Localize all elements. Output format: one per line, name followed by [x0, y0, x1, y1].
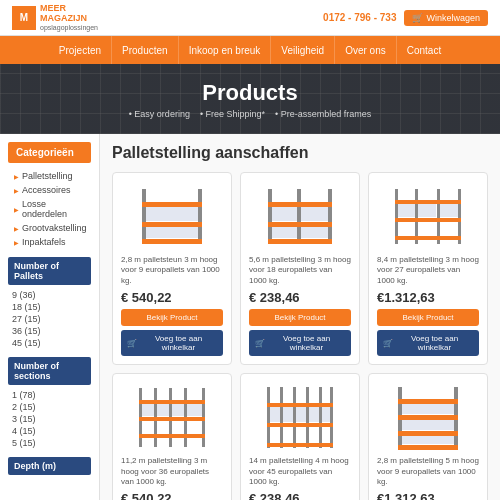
svg-rect-48	[270, 407, 280, 422]
categories-title: Categorieën	[8, 142, 91, 163]
sidebar-item-accessoires[interactable]: Accessoires	[8, 183, 91, 197]
svg-rect-7	[268, 189, 272, 244]
product-desc-6: 2,8 m palletstelling 5 m hoog voor 9 eur…	[377, 456, 479, 487]
sections-filter-title: Number of sections	[8, 357, 91, 385]
cart-icon-2: 🛒	[255, 339, 265, 348]
main-layout: Categorieën Palletstelling Accessoires L…	[0, 134, 500, 500]
product-desc-2: 5,6 m palletstelling 3 m hoog voor 18 eu…	[249, 255, 351, 286]
svg-rect-26	[440, 204, 458, 217]
filter-pallets-45[interactable]: 45 (15)	[8, 337, 91, 349]
add-to-cart-button-1[interactable]: 🛒 Voeg toe aan winkelkar	[121, 330, 223, 356]
product-card-2: 5,6 m palletstelling 3 m hoog voor 18 eu…	[240, 172, 360, 365]
nav-item-overons[interactable]: Over ons	[335, 36, 397, 64]
hero-sub-2: Free Shipping*	[200, 109, 265, 119]
hero-title: Products	[202, 80, 297, 106]
product-price-2: € 238,46	[249, 290, 351, 305]
svg-rect-5	[146, 207, 198, 221]
header-right: 0172 - 796 - 733 🛒 Winkelwagen	[323, 10, 488, 26]
product-card-1: 2,8 m palletsteun 3 m hoog voor 9 europa…	[112, 172, 232, 365]
filter-pallets-18[interactable]: 18 (15)	[8, 301, 91, 313]
add-to-cart-button-3[interactable]: 🛒 Voeg toe aan winkelkar	[377, 330, 479, 356]
svg-rect-51	[309, 407, 319, 422]
filter-sections-1[interactable]: 1 (78)	[8, 389, 91, 401]
product-price-1: € 540,22	[121, 290, 223, 305]
nav-item-inkoop[interactable]: Inkoop en breuk	[179, 36, 272, 64]
svg-rect-60	[402, 420, 454, 430]
svg-rect-43	[319, 387, 322, 448]
product-card-4: 11,2 m palletstelling 3 m hoog voor 36 e…	[112, 373, 232, 500]
svg-rect-41	[293, 387, 296, 448]
svg-rect-42	[306, 387, 309, 448]
svg-rect-25	[418, 204, 436, 217]
product-image-5	[249, 382, 351, 452]
svg-rect-20	[458, 189, 461, 244]
nav-item-producten[interactable]: Producten	[112, 36, 179, 64]
svg-rect-19	[437, 189, 440, 244]
sidebar-item-palletstelling[interactable]: Palletstelling	[8, 169, 91, 183]
nav-item-contact[interactable]: Contact	[397, 36, 451, 64]
cart-button[interactable]: 🛒 Winkelwagen	[404, 10, 488, 26]
nav-item-projecten[interactable]: Projecten	[49, 36, 112, 64]
svg-rect-36	[157, 404, 169, 416]
svg-rect-0	[142, 189, 146, 244]
product-price-3: €1.312,63	[377, 290, 479, 305]
svg-rect-2	[142, 202, 202, 207]
svg-rect-52	[322, 407, 330, 422]
sidebar-item-groot[interactable]: Grootvakstelling	[8, 221, 91, 235]
view-product-button-1[interactable]: Bekijk Product	[121, 309, 223, 326]
svg-rect-4	[142, 239, 202, 244]
filter-sections-3[interactable]: 3 (15)	[8, 413, 91, 425]
nav-item-veiligheid[interactable]: Veiligheid	[271, 36, 335, 64]
svg-rect-1	[198, 189, 202, 244]
svg-rect-23	[395, 236, 461, 240]
hero-sub-3: Pre-assembled frames	[275, 109, 371, 119]
svg-rect-6	[146, 227, 198, 238]
phone-number: 0172 - 796 - 733	[323, 12, 396, 23]
sidebar-item-inpaktafels[interactable]: Inpaktafels	[8, 235, 91, 249]
filter-sections-5[interactable]: 5 (15)	[8, 437, 91, 449]
svg-rect-34	[139, 434, 205, 438]
view-product-button-2[interactable]: Bekijk Product	[249, 309, 351, 326]
svg-rect-12	[268, 239, 332, 244]
header: M MEER MAGAZIJN opslagoplossingen 0172 -…	[0, 0, 500, 36]
svg-rect-15	[272, 227, 297, 238]
filter-pallets-27[interactable]: 27 (15)	[8, 313, 91, 325]
product-desc-3: 8,4 m palletstelling 3 m hoog voor 27 eu…	[377, 255, 479, 286]
pallets-filter-title: Number of Pallets	[8, 257, 91, 285]
svg-rect-9	[328, 189, 332, 244]
svg-rect-45	[267, 403, 333, 407]
hero-sub-1: Easy ordering	[129, 109, 190, 119]
svg-rect-50	[296, 407, 306, 422]
svg-rect-57	[398, 431, 458, 436]
logo-name: MEER MAGAZIJN	[40, 4, 98, 24]
depth-filter-title: Depth (m)	[8, 457, 91, 475]
product-image-3	[377, 181, 479, 251]
svg-rect-58	[398, 445, 458, 450]
view-product-button-3[interactable]: Bekijk Product	[377, 309, 479, 326]
svg-rect-35	[142, 404, 154, 416]
filter-pallets-36[interactable]: 36 (15)	[8, 325, 91, 337]
svg-rect-18	[415, 189, 418, 244]
svg-rect-3	[142, 222, 202, 227]
svg-rect-11	[268, 222, 332, 227]
hero-section: Products Easy ordering Free Shipping* Pr…	[0, 64, 500, 134]
product-desc-4: 11,2 m palletstelling 3 m hoog voor 36 e…	[121, 456, 223, 487]
product-price-6: €1.312,63	[377, 491, 479, 500]
filter-pallets-9[interactable]: 9 (36)	[8, 289, 91, 301]
cart-icon-3: 🛒	[383, 339, 393, 348]
svg-rect-59	[402, 404, 454, 414]
filter-sections-4[interactable]: 4 (15)	[8, 425, 91, 437]
svg-rect-10	[268, 202, 332, 207]
svg-rect-21	[395, 200, 461, 204]
svg-rect-49	[283, 407, 293, 422]
product-price-4: € 540,22	[121, 491, 223, 500]
svg-rect-14	[301, 207, 328, 221]
product-image-6	[377, 382, 479, 452]
add-to-cart-button-2[interactable]: 🛒 Voeg toe aan winkelkar	[249, 330, 351, 356]
product-desc-1: 2,8 m palletsteun 3 m hoog voor 9 europa…	[121, 255, 223, 286]
main-nav: Projecten Producten Inkoop en breuk Veil…	[0, 36, 500, 64]
sidebar-item-losse[interactable]: Losse onderdelen	[8, 197, 91, 221]
filter-sections-2[interactable]: 2 (15)	[8, 401, 91, 413]
svg-rect-40	[280, 387, 283, 448]
logo-tagline: opslagoplossingen	[40, 24, 98, 31]
